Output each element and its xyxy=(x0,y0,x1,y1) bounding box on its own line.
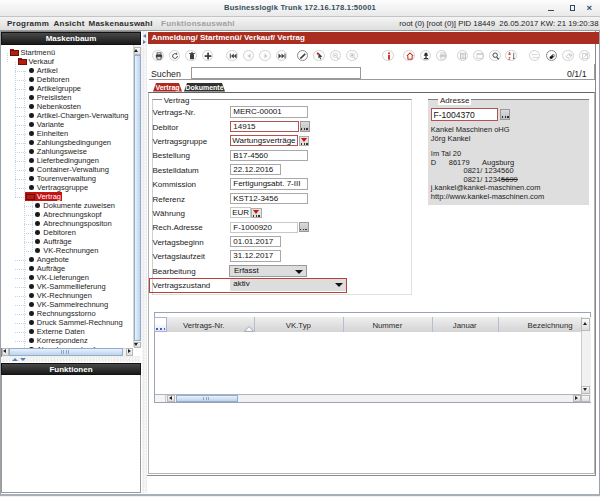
svg-text:A: A xyxy=(508,53,511,57)
svg-text:Z: Z xyxy=(508,57,511,61)
